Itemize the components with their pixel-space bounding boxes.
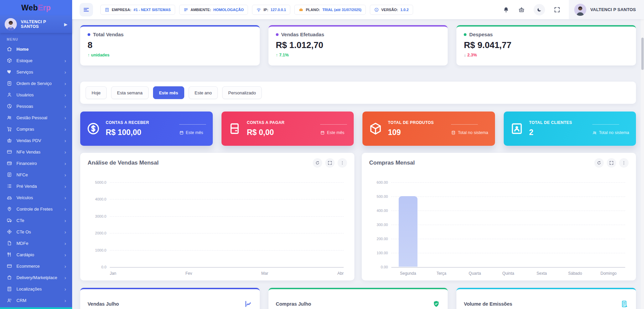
fullscreen-icon [609, 161, 614, 165]
x-axis-line [391, 267, 625, 268]
y-axis-tick-label: 200.00 [369, 237, 388, 241]
bar-column-domingo [592, 182, 625, 267]
bag-icon [7, 275, 12, 280]
user-icon [7, 92, 12, 97]
sidebar-item-ordem-de-servi-o[interactable]: Ordem de Serviço› [0, 78, 72, 89]
chart-refresh-button[interactable] [313, 158, 322, 168]
sidebar-item-cte-os[interactable]: CTe Os› [0, 226, 72, 237]
badge-label: AMBIENTE: [191, 8, 211, 12]
sidebar-item-financeiro[interactable]: Financeiro› [0, 158, 72, 169]
refresh-icon [315, 161, 320, 165]
bar-column-terça [425, 182, 458, 267]
shop-button[interactable] [518, 6, 525, 13]
shield-check-icon[interactable] [432, 300, 440, 308]
truck-icon [7, 218, 12, 223]
sidebar-item-label: Compras [16, 127, 60, 132]
sidebar-item-gest-o-pessoal[interactable]: Gestão Pessoal› [0, 112, 72, 123]
divider [451, 124, 478, 125]
chart-menu-button[interactable] [619, 158, 629, 168]
invoice-icon[interactable] [621, 300, 629, 308]
dark-mode-button[interactable] [534, 4, 545, 15]
sidebar-item-ecommerce[interactable]: Ecommerce› [0, 260, 72, 272]
filter-button-este-m-s[interactable]: Este mês [153, 86, 184, 99]
stat-value: R$ 9.041,77 [464, 40, 629, 50]
sidebar-item-estoque[interactable]: Estoque› [0, 55, 72, 66]
header-badges: EMPRESA:#1 - NEXT SISTEMASAMBIENTE:HOMOL… [100, 5, 413, 15]
sidebar-item-servi-os[interactable]: Serviços› [0, 66, 72, 78]
file-icon [7, 172, 12, 177]
user-menu[interactable]: VALTENCI P SANTOS [569, 0, 644, 19]
sidebar-menu: HomeEstoque›Serviços›Ordem de Serviço›Us… [0, 43, 72, 307]
x-axis-line [110, 267, 344, 268]
chevron-right-icon: › [64, 92, 66, 97]
header-right: VALTENCI P SANTOS [498, 0, 644, 19]
page-scrollbar[interactable] [641, 0, 644, 309]
x-axis-tick-label: Fev [185, 271, 192, 276]
brand-logo[interactable]: WebErp [0, 0, 72, 15]
x-axis-labels: SegundaTerçaQuartaQuintaSextaSábadoDomin… [391, 271, 625, 276]
chevron-right-icon: › [64, 275, 66, 280]
sidebar-item-label: Ordem de Serviço [16, 81, 60, 86]
sidebar-item-card-pio[interactable]: Cardápio› [0, 249, 72, 260]
database-icon [451, 130, 456, 135]
gridline [110, 250, 344, 251]
sidebar-item-crm[interactable]: CRM› [0, 295, 72, 306]
pin-icon [7, 206, 12, 212]
sidebar-item-usu-rios[interactable]: Usuários› [0, 89, 72, 100]
filter-button-hoje[interactable]: Hoje [86, 86, 107, 99]
divider [592, 124, 619, 125]
kpi-value: R$ 0,00 [247, 128, 285, 137]
sidebar-item-home[interactable]: Home [0, 43, 72, 55]
chevron-right-icon: › [64, 138, 66, 143]
chart-expand-button[interactable] [325, 158, 335, 168]
sidebar-item-pr-venda[interactable]: Pré Venda› [0, 180, 72, 192]
sidebar-item-nfce[interactable]: NFCe› [0, 169, 72, 180]
menu-section-label: MENU [7, 38, 65, 41]
kpi-cards-row: CONTAS A RECEBERR$ 100,00Este mêsCONTAS … [80, 112, 636, 146]
badge-label: VERSÃO: [381, 8, 398, 12]
header-badge-verso: VERSÃO:1.0.2 [370, 5, 413, 15]
chart-expand-button[interactable] [607, 158, 616, 168]
sidebar-item-ve-culos[interactable]: Veículos› [0, 192, 72, 203]
x-axis-tick-label: Mar [261, 271, 268, 276]
chart-card-an-lise-de-vendas-mensal: Análise de Vendas Mensal5000.04000.03000… [80, 153, 354, 280]
chart-menu-button[interactable] [338, 158, 347, 168]
badge-label: EMPRESA: [112, 8, 131, 12]
notifications-button[interactable] [503, 6, 509, 13]
chart-refresh-button[interactable] [594, 158, 604, 168]
sidebar-item-label: MDFe [16, 241, 60, 246]
sidebar-item-nfe-vendas[interactable]: NFe Vendas› [0, 146, 72, 158]
chart-line-icon[interactable] [244, 300, 252, 308]
chevron-right-icon: › [64, 172, 66, 177]
kebab-icon [622, 161, 626, 165]
chevron-right-icon: › [64, 81, 66, 86]
scrollbar-thumb[interactable] [641, 38, 644, 70]
sidebar-item-pessoas[interactable]: Pessoas› [0, 100, 72, 112]
bar-segunda[interactable] [399, 196, 417, 267]
kpi-value: 2 [529, 128, 572, 137]
fullscreen-button[interactable] [554, 6, 560, 13]
filter-button-personalizado[interactable]: Personalizado [222, 86, 262, 99]
hamburger-menu-button[interactable] [80, 3, 93, 16]
sidebar-item-vendas-pdv[interactable]: Vendas PDV› [0, 135, 72, 146]
kpi-title: CONTAS A PAGAR [247, 120, 285, 125]
date-filter-card: HojeEsta semanaEste mêsEste anoPersonali… [80, 82, 636, 104]
bar-column-quarta [458, 182, 492, 267]
sidebar-user[interactable]: VALTENCI P SANTOS ▶ [0, 15, 72, 33]
kpi-caption: Este mês [327, 130, 344, 135]
package-icon [368, 122, 383, 136]
user-voice-icon [7, 298, 12, 303]
chart-plot: 5000.04000.03000.02000.01000.00.0 [88, 182, 347, 267]
fullscreen-icon [328, 161, 332, 165]
sidebar-item-compras[interactable]: Compras› [0, 123, 72, 135]
sidebar-item-controle-de-fretes[interactable]: Controle de Fretes› [0, 203, 72, 215]
stat-trend-text: 2.3% [467, 53, 477, 57]
sidebar-item-cte[interactable]: CTe› [0, 215, 72, 226]
sidebar-item-mdfe[interactable]: MDFe› [0, 237, 72, 249]
sidebar-user-name: VALTENCI P SANTOS [21, 19, 60, 29]
sidebar-item-localiza-es[interactable]: Localizações› [0, 283, 72, 295]
stat-card-vendas-efetuadas: Vendas EfetuadasR$ 1.012,70↑7.1% [268, 25, 448, 65]
sidebar-item-delivery-marketplace[interactable]: Delivery/Marketplace› [0, 272, 72, 283]
filter-button-este-ano[interactable]: Este ano [189, 86, 218, 99]
filter-button-esta-semana[interactable]: Esta semana [111, 86, 149, 99]
